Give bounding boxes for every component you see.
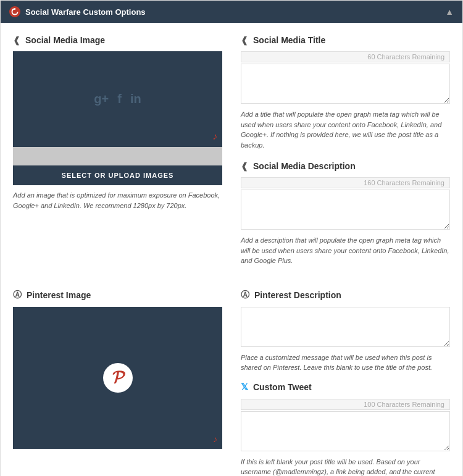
pinterest-right-section: Ⓐ Pinterest Description Place a customiz… bbox=[241, 290, 450, 477]
desc-char-remaining: 160 Characters Remaining bbox=[241, 177, 450, 188]
pinterest-icon-desc: Ⓐ bbox=[241, 290, 249, 301]
description-block: ❰ Social Media Description 160 Character… bbox=[241, 161, 450, 266]
share-icon-title: ❰ bbox=[241, 35, 248, 45]
panel-body: ❰ Social Media Image g+ f in ♪ SELECT OR… bbox=[1, 23, 462, 476]
facebook-icon: f bbox=[117, 92, 122, 106]
title-help-text: Add a title that will populate the open … bbox=[241, 109, 450, 150]
social-media-image-title: ❰ Social Media Image bbox=[13, 35, 222, 45]
social-media-image-section: ❰ Social Media Image g+ f in ♪ SELECT OR… bbox=[13, 35, 222, 277]
twitter-icon: 𝕏 bbox=[241, 382, 248, 393]
social-media-desc-heading: ❰ Social Media Description bbox=[241, 161, 450, 171]
custom-tweet-input[interactable] bbox=[241, 411, 450, 451]
image-help-text: Add an image that is optimized for maxim… bbox=[13, 190, 222, 211]
panel-toggle[interactable]: ▲ bbox=[445, 7, 454, 17]
google-plus-icon: g+ bbox=[94, 92, 109, 106]
pinterest-circle-icon: Ⓐ bbox=[13, 290, 22, 301]
panel-container: Social Warfare Custom Options ▲ ❰ Social… bbox=[0, 0, 463, 476]
share-icon: ❰ bbox=[13, 35, 20, 45]
pinterest-description-input[interactable] bbox=[241, 307, 450, 347]
pinterest-desc-help: Place a customized message that will be … bbox=[241, 353, 450, 373]
tweet-help-text: If this is left blank your post title wi… bbox=[241, 457, 450, 477]
social-media-title-section: ❰ Social Media Title 60 Characters Remai… bbox=[241, 35, 450, 277]
title-block: ❰ Social Media Title 60 Characters Remai… bbox=[241, 35, 450, 150]
volume-icon-small: ♪ bbox=[213, 434, 217, 444]
custom-tweet-block: 𝕏 Custom Tweet 100 Characters Remaining … bbox=[241, 382, 450, 477]
image-preview-box: g+ f in ♪ bbox=[13, 51, 222, 147]
image-gray-bar bbox=[13, 147, 222, 165]
panel-header-left: Social Warfare Custom Options bbox=[9, 6, 146, 17]
tweet-char-remaining: 100 Characters Remaining bbox=[241, 399, 450, 410]
sw-logo-icon bbox=[9, 6, 20, 17]
pinterest-logo: 𝓟 bbox=[103, 363, 133, 393]
title-char-remaining: 60 Characters Remaining bbox=[241, 51, 450, 62]
custom-tweet-heading: 𝕏 Custom Tweet bbox=[241, 382, 450, 393]
svg-point-0 bbox=[9, 6, 20, 17]
pinterest-description-block: Ⓐ Pinterest Description Place a customiz… bbox=[241, 290, 450, 373]
select-upload-button[interactable]: SELECT OR UPLOAD IMAGES bbox=[13, 165, 222, 185]
preview-icons: g+ f in bbox=[94, 92, 141, 106]
pinterest-image-title: Ⓐ Pinterest Image bbox=[13, 290, 222, 301]
social-media-title-input[interactable] bbox=[241, 64, 450, 104]
volume-icon: ♪ bbox=[212, 131, 217, 142]
social-media-title-heading: ❰ Social Media Title bbox=[241, 35, 450, 45]
pinterest-image-section: Ⓐ Pinterest Image 𝓟 ♪ bbox=[13, 290, 222, 477]
pinterest-preview-box: 𝓟 ♪ bbox=[13, 307, 222, 449]
pinterest-desc-heading: Ⓐ Pinterest Description bbox=[241, 290, 450, 301]
desc-help-text: Add a description that will populate the… bbox=[241, 235, 450, 266]
social-media-description-input[interactable] bbox=[241, 190, 450, 230]
svg-point-1 bbox=[14, 8, 16, 10]
linkedin-icon: in bbox=[130, 92, 141, 106]
share-icon-desc: ❰ bbox=[241, 161, 248, 171]
panel-header: Social Warfare Custom Options ▲ bbox=[1, 1, 462, 23]
panel-title: Social Warfare Custom Options bbox=[25, 7, 146, 17]
